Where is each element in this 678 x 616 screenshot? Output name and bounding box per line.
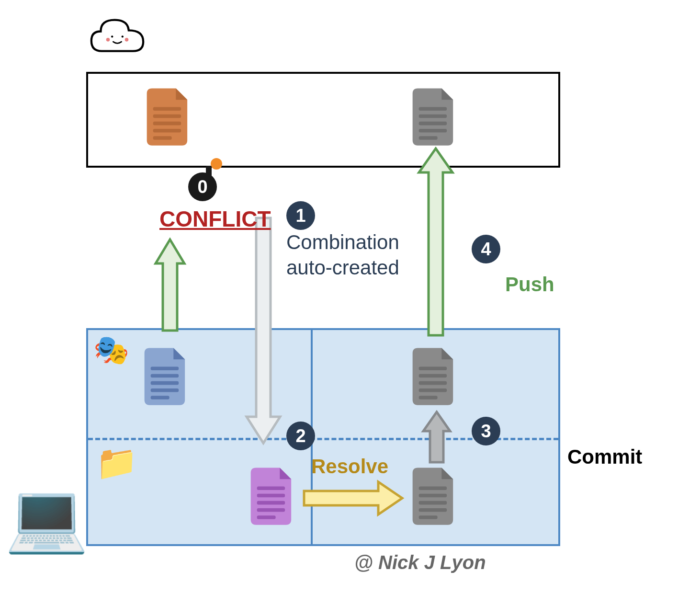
svg-rect-13 [419, 136, 438, 140]
svg-rect-31 [419, 381, 447, 385]
svg-rect-5 [153, 114, 181, 118]
step-badge-4-label: 4 [481, 239, 491, 260]
svg-rect-30 [419, 374, 447, 378]
conflict-label: CONFLICT [159, 206, 271, 232]
svg-rect-18 [151, 396, 170, 399]
file-icon-gray-resolved [407, 465, 460, 527]
svg-rect-17 [151, 388, 179, 392]
file-icon-orange [141, 85, 194, 148]
svg-rect-8 [153, 136, 172, 140]
combination-label: Combination auto-created [286, 230, 420, 280]
step-badge-1: 1 [286, 201, 315, 230]
commit-label: Commit [567, 445, 642, 468]
laptop-icon: 💻 [5, 484, 89, 551]
resolve-label: Resolve [311, 455, 388, 478]
arrow-commit [420, 410, 453, 467]
svg-point-1 [125, 38, 129, 42]
svg-rect-9 [419, 107, 447, 111]
svg-point-2 [111, 35, 113, 37]
svg-rect-27 [419, 508, 447, 512]
svg-rect-14 [151, 367, 179, 371]
push-label: Push [505, 273, 554, 296]
arrow-push [417, 146, 455, 340]
step-badge-2-label: 2 [295, 426, 305, 446]
svg-rect-16 [151, 381, 179, 385]
svg-rect-7 [153, 129, 181, 133]
step-badge-4: 4 [472, 235, 500, 263]
svg-rect-33 [419, 396, 438, 399]
svg-rect-20 [257, 494, 285, 498]
svg-rect-19 [257, 487, 285, 491]
svg-rect-11 [419, 122, 447, 125]
svg-rect-6 [153, 122, 181, 125]
svg-rect-10 [419, 114, 447, 118]
svg-rect-23 [257, 515, 276, 519]
arrow-auto-combine [244, 216, 282, 447]
svg-rect-4 [153, 107, 181, 111]
arrow-resolve [302, 479, 405, 519]
svg-rect-24 [419, 487, 447, 491]
file-icon-gray-remote [407, 85, 460, 148]
svg-rect-32 [419, 388, 447, 392]
step-badge-3-label: 3 [481, 421, 491, 442]
attribution-label: @ Nick J Lyon [354, 552, 486, 573]
step-badge-0-label: 0 [197, 177, 207, 197]
folder-icon: 📁 [96, 443, 137, 482]
svg-rect-28 [419, 515, 438, 519]
file-icon-gray-committed [407, 345, 460, 407]
bomb-fuse-icon [211, 158, 222, 170]
cloud-icon [86, 10, 148, 72]
svg-rect-12 [419, 129, 447, 133]
diagram-canvas: 💻 🎭 [0, 0, 678, 616]
step-badge-3: 3 [472, 417, 500, 445]
file-icon-blue [139, 345, 192, 407]
step-badge-2: 2 [286, 422, 315, 450]
step-badge-1-label: 1 [295, 205, 305, 226]
svg-rect-21 [257, 501, 285, 505]
svg-rect-15 [151, 374, 179, 378]
staging-masks-icon: 🎭 [93, 333, 129, 367]
file-icon-purple [245, 465, 298, 527]
svg-rect-29 [419, 367, 447, 371]
svg-point-0 [106, 38, 110, 42]
step-badge-0: 0 [188, 172, 217, 201]
arrow-push-conflict [153, 237, 187, 335]
svg-rect-22 [257, 508, 285, 512]
svg-rect-25 [419, 494, 447, 498]
svg-rect-26 [419, 501, 447, 505]
svg-point-3 [122, 35, 124, 37]
